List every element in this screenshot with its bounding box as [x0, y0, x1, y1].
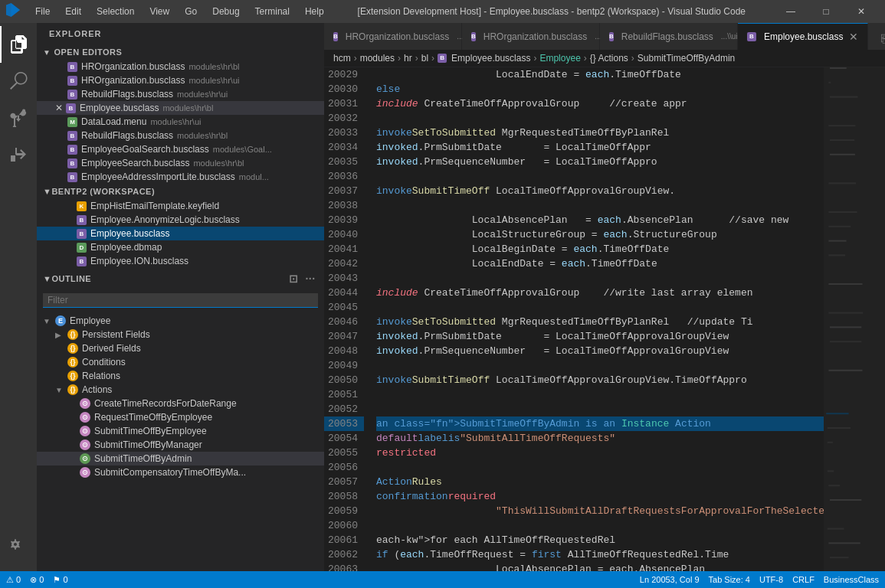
line-number: 20049 [324, 358, 364, 373]
workspace-list: KEmpHistEmailTemplate.keyfieldBEmployee.… [37, 199, 324, 268]
sidebar: EXPLORER ▼ OPEN EDITORS BHROrganization.… [37, 23, 324, 571]
activity-extensions[interactable] [0, 136, 37, 173]
activity-search[interactable] [0, 63, 37, 100]
outline-item[interactable]: ⊙SubmitCompensatoryTimeOffByMa... [37, 466, 324, 479]
workspace-item[interactable]: BEmployee.AnonymizeLogic.busclass [37, 213, 324, 227]
menu-debug[interactable]: Debug [206, 5, 245, 18]
breadcrumb-item-file[interactable]: Employee.busclass [451, 53, 530, 64]
breadcrumb-item-hcm[interactable]: hcm [333, 53, 351, 64]
outline-filter-input[interactable] [43, 293, 318, 308]
open-editor-item[interactable]: BHROrganization.busclassmodules\hr\bl [37, 60, 324, 74]
menu-view[interactable]: View [143, 5, 175, 18]
outline-item[interactable]: {}Conditions [37, 355, 324, 369]
code-area[interactable]: LocalEndDate = each.TimeOffDate else inc… [370, 67, 824, 571]
tab-rebuildflags[interactable]: B RebuildFlags.busclass ...\\ui [600, 23, 738, 50]
outline-chevron: ▼ [43, 274, 51, 283]
minimize-button[interactable]: — [773, 0, 808, 23]
workspace-item-label: Employee.dbmap [90, 242, 162, 253]
line-number: 20048 [324, 344, 364, 358]
workspace-item[interactable]: BEmployee.busclass [37, 227, 324, 240]
outline-item-label: Actions [82, 384, 112, 395]
menu-file[interactable]: File [29, 5, 56, 18]
workspace-item-label: Employee.ION.busclass [90, 256, 188, 266]
outline-actions: ⊡ ··· [286, 271, 318, 286]
outline-more-btn[interactable]: ··· [303, 271, 318, 286]
outline-filter-container [37, 289, 324, 311]
tab-hrorg-bl[interactable]: B HROrganization.busclass ...\\bl [324, 23, 462, 50]
status-position[interactable]: Ln 20053, Col 9 [640, 575, 700, 584]
status-language[interactable]: BusinessClass [824, 575, 879, 584]
open-editor-item[interactable]: BEmployeeGoalSearch.busclassmodules\Goal… [37, 142, 324, 156]
code-line: LocalEndDate = each.TimeOffDate [376, 256, 824, 271]
outline-item[interactable]: ▼{}Actions [37, 383, 324, 397]
status-warnings[interactable]: ⊗ 0 [30, 575, 44, 585]
menu-go[interactable]: Go [179, 5, 203, 18]
sidebar-header: EXPLORER [37, 23, 324, 44]
split-editor-btn[interactable]: ⎘ [874, 28, 885, 50]
outline-item[interactable]: ⊙RequestTimeOffByEmployee [37, 410, 324, 424]
outline-item-chevron[interactable]: ▼ [55, 386, 67, 394]
breadcrumb-sep-1: › [354, 53, 357, 64]
code-line: LocalEndDate = each.TimeOffDate [376, 67, 824, 82]
open-editor-item[interactable]: MDataLoad.menumodules\hr\ui [37, 115, 324, 129]
line-number: 20057 [324, 475, 364, 489]
workspace-header[interactable]: ▼ BENTP2 (WORKSPACE) [37, 184, 324, 199]
workspace-item[interactable]: DEmployee.dbmap [37, 240, 324, 254]
tab-employee[interactable]: B Employee.busclass ✕ [738, 23, 868, 50]
breadcrumb-item-hr[interactable]: hr [404, 53, 412, 64]
status-tab-size[interactable]: Tab Size: 4 [709, 575, 750, 584]
code-line: restricted [376, 446, 824, 460]
outline-item[interactable]: ⊙SubmitTimeOffByEmployee [37, 424, 324, 438]
outline-header[interactable]: ▼ OUTLINE ⊡ ··· [37, 268, 324, 289]
open-editor-item[interactable]: BRebuildFlags.busclassmodules\hr\ui [37, 87, 324, 101]
line-number: 20055 [324, 446, 364, 460]
activity-settings[interactable] [0, 528, 37, 565]
tab-hrorg-ui[interactable]: B HROrganization.busclass ...\\ui [462, 23, 600, 50]
tab-employee-close[interactable]: ✕ [849, 31, 858, 43]
outline-item[interactable]: ⊙SubmitTimeOffByAdmin [37, 452, 324, 466]
close-icon[interactable]: ✕ [55, 103, 63, 113]
status-line-ending[interactable]: CRLF [792, 575, 815, 584]
outline-item[interactable]: {}Derived Fields [37, 341, 324, 355]
outline-item[interactable]: ⊙CreateTimeRecordsForDateRange [37, 397, 324, 410]
breadcrumb-item-action[interactable]: SubmitTimeOffByAdmin [638, 53, 735, 64]
file-path: modules\hr\ui [177, 90, 228, 99]
menu-terminal[interactable]: Terminal [249, 5, 296, 18]
line-number: 20036 [324, 169, 364, 184]
file-type-icon: M [67, 117, 77, 127]
breadcrumb-item-actions[interactable]: {} Actions [590, 53, 628, 64]
outline-item-chevron[interactable]: ▼ [43, 317, 55, 325]
open-editor-item[interactable]: BRebuildFlags.busclassmodules\hr\bl [37, 129, 324, 142]
outline-collapse-btn[interactable]: ⊡ [286, 271, 301, 286]
open-editor-item[interactable]: BHROrganization.busclassmodules\hr\ui [37, 74, 324, 87]
status-encoding[interactable]: UTF-8 [759, 575, 783, 584]
breadcrumb-item-bl[interactable]: bl [421, 53, 428, 64]
status-info[interactable]: ⚑ 0 [53, 575, 67, 585]
outline-item[interactable]: ⊙SubmitTimeOffByManager [37, 438, 324, 452]
workspace-item[interactable]: KEmpHistEmailTemplate.keyfield [37, 199, 324, 213]
activity-explorer[interactable] [0, 26, 37, 63]
maximize-button[interactable]: □ [808, 0, 844, 23]
open-editor-item[interactable]: BEmployeeSearch.busclassmodules\hr\bl [37, 156, 324, 170]
breadcrumb-sep-2: › [398, 53, 401, 64]
menu-edit[interactable]: Edit [59, 5, 87, 18]
open-editor-item[interactable]: ✕BEmployee.busclassmodules\hr\bl [37, 101, 324, 115]
workspace-item[interactable]: BEmployee.ION.busclass [37, 254, 324, 268]
outline-item[interactable]: {}Relations [37, 369, 324, 383]
menu-help[interactable]: Help [299, 5, 330, 18]
breadcrumb-item-modules[interactable]: modules [360, 53, 395, 64]
outline-item-icon: ⊙ [80, 398, 90, 409]
status-errors[interactable]: ⚠ 0 [6, 575, 21, 585]
minimap [824, 67, 885, 571]
activity-source-control[interactable] [0, 100, 37, 136]
open-editor-item[interactable]: BEmployeeAddressImportLite.busclassmodul… [37, 170, 324, 184]
code-line [376, 402, 824, 416]
breadcrumb-item-employee[interactable]: Employee [539, 53, 580, 64]
outline-item[interactable]: ▼EEmployee [37, 314, 324, 328]
close-button[interactable]: ✕ [844, 0, 879, 23]
code-line [376, 387, 824, 402]
outline-item[interactable]: ▶{}Persistent Fields [37, 328, 324, 341]
menu-selection[interactable]: Selection [90, 5, 140, 18]
outline-item-chevron[interactable]: ▶ [55, 331, 67, 339]
open-editors-header[interactable]: ▼ OPEN EDITORS [37, 44, 324, 60]
